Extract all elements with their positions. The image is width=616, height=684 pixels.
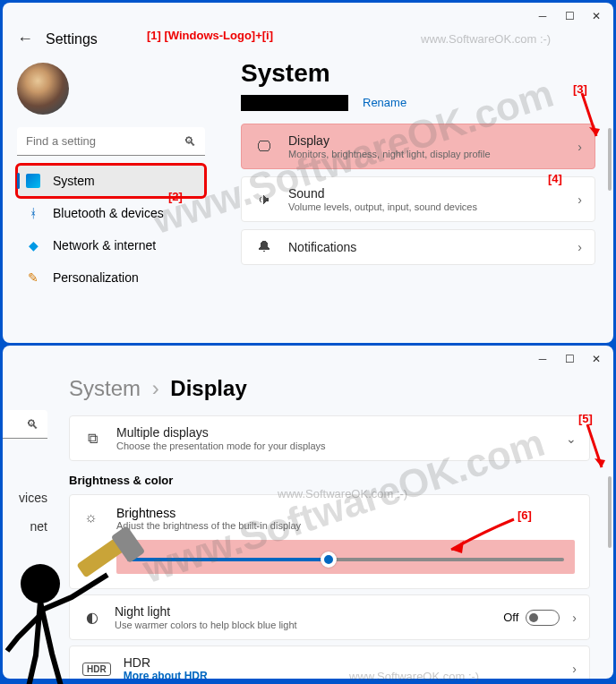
card-title: Notifications bbox=[288, 240, 563, 254]
card-display[interactable]: 🖵 Display Monitors, brightness, night li… bbox=[241, 124, 595, 169]
brightness-subtitle: Adjust the brightness of the built-in di… bbox=[116, 520, 575, 531]
card-notifications[interactable]: 🔔︎ Notifications › bbox=[241, 229, 595, 265]
card-subtitle: Monitors, brightness, night light, displ… bbox=[288, 149, 563, 159]
brush-icon: ✎ bbox=[26, 270, 40, 285]
redacted-device-name bbox=[241, 95, 348, 111]
breadcrumb: System › Display bbox=[69, 376, 590, 401]
search-icon: 🔍︎ bbox=[184, 134, 196, 149]
truncated-text: net bbox=[3, 512, 47, 541]
nav-label: System bbox=[53, 174, 95, 188]
card-sound[interactable]: 🕩 Sound Volume levels, output, input, so… bbox=[241, 176, 595, 222]
moon-icon: ◐ bbox=[82, 609, 102, 626]
display-icon: 🖵 bbox=[254, 139, 274, 155]
card-night-light[interactable]: ◐ Night light Use warmer colors to help … bbox=[69, 594, 590, 640]
chevron-right-icon: › bbox=[572, 662, 577, 676]
titlebar: ─ ☐ ✕ bbox=[3, 346, 613, 369]
settings-window-1: ─ ☐ ✕ ← Settings 🔍︎ System ᚼ Bluetoot bbox=[3, 3, 613, 343]
card-title: HDR bbox=[124, 655, 560, 670]
wifi-icon: ◆ bbox=[26, 238, 40, 252]
nav-label: Personalization bbox=[53, 270, 139, 285]
hdr-link[interactable]: More about HDR bbox=[124, 670, 560, 679]
card-title: Night light bbox=[115, 604, 491, 619]
truncated-text: vices bbox=[3, 483, 47, 512]
card-title: Sound bbox=[288, 186, 563, 201]
breadcrumb-display: Display bbox=[170, 376, 246, 400]
page-title: System bbox=[241, 59, 595, 88]
maximize-button[interactable]: ☐ bbox=[563, 10, 576, 22]
maximize-button[interactable]: ☐ bbox=[563, 353, 576, 365]
card-title: Display bbox=[288, 133, 563, 148]
card-hdr[interactable]: HDR HDR More about HDR › bbox=[69, 646, 590, 679]
close-button[interactable]: ✕ bbox=[590, 10, 603, 22]
minimize-button[interactable]: ─ bbox=[536, 10, 549, 22]
settings-label: Settings bbox=[46, 31, 98, 47]
sound-icon: 🕩 bbox=[254, 192, 274, 208]
minimize-button[interactable]: ─ bbox=[536, 353, 549, 365]
bluetooth-icon: ᚼ bbox=[26, 206, 40, 220]
card-subtitle: Volume levels, output, input, sound devi… bbox=[288, 201, 563, 212]
back-arrow-icon[interactable]: ← bbox=[17, 30, 33, 48]
scrollbar[interactable] bbox=[608, 128, 612, 191]
brightness-slider[interactable] bbox=[127, 558, 564, 561]
breadcrumb-system[interactable]: System bbox=[69, 376, 141, 400]
section-brightness-color: Brightness & color bbox=[69, 474, 590, 487]
user-avatar[interactable] bbox=[17, 63, 69, 115]
search-icon: 🔍︎ bbox=[26, 417, 38, 432]
chevron-right-icon: › bbox=[578, 240, 582, 254]
close-button[interactable]: ✕ bbox=[590, 353, 603, 365]
night-light-toggle[interactable] bbox=[526, 610, 560, 626]
chevron-down-icon: ⌄ bbox=[566, 432, 577, 446]
sidebar-truncated: 🔍︎ vices net bbox=[3, 369, 47, 670]
card-title: Multiple displays bbox=[116, 425, 552, 440]
scrollbar[interactable] bbox=[608, 476, 612, 548]
nav-system[interactable]: System bbox=[17, 165, 205, 197]
card-multiple-displays[interactable]: ⧉ Multiple displays Choose the presentat… bbox=[69, 415, 590, 461]
chevron-right-icon: › bbox=[578, 140, 582, 154]
nav-bluetooth[interactable]: ᚼ Bluetooth & devices bbox=[17, 197, 205, 229]
main-content: System › Display ⧉ Multiple displays Cho… bbox=[47, 369, 613, 670]
card-brightness: ☼ Brightness Adjust the brightness of th… bbox=[69, 494, 590, 589]
system-icon bbox=[26, 174, 40, 188]
nav-label: Bluetooth & devices bbox=[53, 206, 164, 220]
nav-network[interactable]: ◆ Network & internet bbox=[17, 229, 205, 261]
toggle-state: Off bbox=[503, 611, 518, 624]
sidebar: 🔍︎ System ᚼ Bluetooth & devices ◆ Networ… bbox=[3, 59, 216, 337]
titlebar: ─ ☐ ✕ bbox=[3, 3, 613, 26]
main-content: System Rename 🖵 Display Monitors, bright… bbox=[216, 59, 613, 337]
search-input[interactable] bbox=[17, 127, 205, 156]
nav-personalization[interactable]: ✎ Personalization bbox=[17, 261, 205, 294]
search-input[interactable] bbox=[3, 410, 47, 439]
rename-link[interactable]: Rename bbox=[363, 96, 406, 109]
window-header: ← Settings bbox=[3, 26, 613, 59]
settings-window-2: ─ ☐ ✕ 🔍︎ vices net System › Display ⧉ Mu… bbox=[3, 346, 613, 679]
card-subtitle: Use warmer colors to help block blue lig… bbox=[115, 620, 491, 630]
card-subtitle: Choose the presentation mode for your di… bbox=[116, 440, 552, 451]
sun-icon: ☼ bbox=[84, 506, 104, 574]
hdr-badge-icon: HDR bbox=[82, 663, 111, 676]
bell-icon: 🔔︎ bbox=[254, 239, 274, 255]
chevron-right-icon: › bbox=[578, 192, 582, 207]
chevron-right-icon: › bbox=[572, 611, 577, 625]
brightness-title: Brightness bbox=[116, 506, 575, 520]
nav-label: Network & internet bbox=[53, 238, 156, 252]
multi-display-icon: ⧉ bbox=[82, 431, 102, 447]
